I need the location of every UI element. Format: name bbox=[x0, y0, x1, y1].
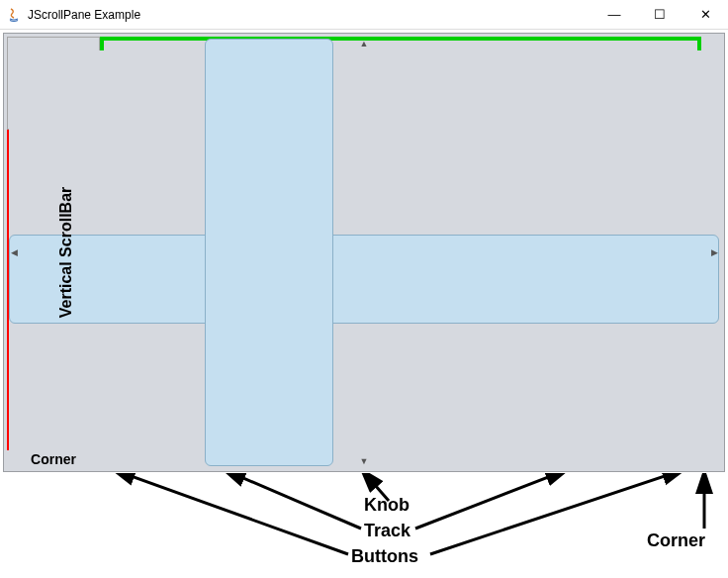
corner-lower-right bbox=[701, 450, 721, 468]
annotation-buttons: Buttons bbox=[351, 546, 418, 567]
scroll-down-button[interactable]: ▼ bbox=[7, 454, 721, 468]
svg-line-3 bbox=[112, 473, 348, 554]
maximize-button[interactable]: ☐ bbox=[637, 0, 682, 29]
scroll-right-button[interactable]: ▶ bbox=[707, 37, 721, 468]
window-controls: — ☐ ✕ bbox=[592, 0, 728, 29]
close-button[interactable]: ✕ bbox=[682, 0, 728, 29]
scroll-up-button[interactable]: ▲ bbox=[7, 37, 721, 50]
horizontal-scrollbar-thumb[interactable] bbox=[205, 39, 333, 466]
minimize-button[interactable]: — bbox=[592, 0, 637, 29]
java-icon bbox=[6, 7, 22, 23]
annotations: Knob Track Buttons Corner bbox=[0, 473, 728, 576]
annotation-knob: Knob bbox=[364, 495, 410, 516]
annotation-corner: Corner bbox=[647, 530, 705, 551]
window-title: JScrollPane Example bbox=[28, 8, 140, 22]
jscrollpane: Corner ColumnHeader Corner RowHeader Vie… bbox=[7, 37, 721, 468]
content-pane: Corner ColumnHeader Corner RowHeader Vie… bbox=[2, 32, 726, 473]
svg-line-2 bbox=[415, 473, 569, 529]
annotation-track: Track bbox=[364, 521, 410, 541]
svg-line-1 bbox=[223, 473, 361, 529]
vertical-scrollbar-label: Vertical ScrollBar bbox=[57, 187, 75, 319]
scroll-left-button[interactable]: ◀ bbox=[7, 37, 21, 468]
corner-lower-left: Corner bbox=[7, 450, 100, 468]
corner-bl-label: Corner bbox=[31, 451, 76, 467]
vertical-scrollbar-thumb[interactable] bbox=[9, 235, 719, 324]
window-titlebar: JScrollPane Example — ☐ ✕ bbox=[0, 0, 728, 30]
